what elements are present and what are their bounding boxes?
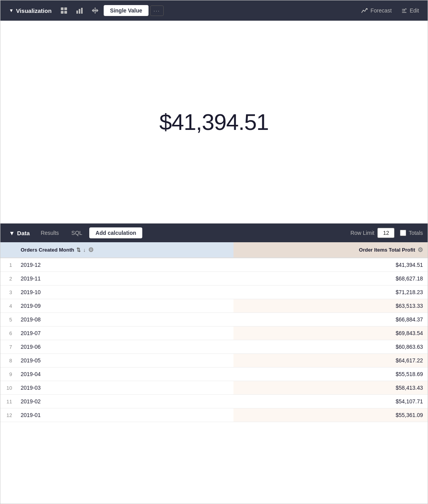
profit-col-gear-icon[interactable]: ⚙	[417, 246, 423, 254]
row-profit: $55,361.09	[233, 408, 428, 422]
row-date: 2019-01	[16, 408, 233, 422]
svg-rect-5	[79, 9, 80, 14]
chevron-down-icon: ▼	[9, 8, 14, 13]
svg-rect-6	[81, 8, 83, 14]
table-row: 1 2019-12 $41,394.51	[0, 258, 428, 272]
totals-label: Totals	[400, 230, 423, 236]
row-date: 2019-11	[16, 272, 233, 286]
table-row: 8 2019-05 $64,617.22	[0, 354, 428, 367]
row-num: 9	[0, 367, 16, 381]
row-profit: $55,518.69	[233, 367, 428, 381]
visualization-area: $41,394.51	[0, 21, 428, 224]
table-row: 5 2019-08 $66,884.37	[0, 313, 428, 327]
top-toolbar: ▼ Visualization Single	[0, 0, 428, 21]
row-profit: $41,394.51	[233, 258, 428, 272]
sql-tab[interactable]: SQL	[66, 227, 88, 238]
table-row: 2 2019-11 $68,627.18	[0, 272, 428, 286]
data-toggle[interactable]: ▼ Data	[5, 227, 34, 239]
row-num: 3	[0, 286, 16, 299]
row-profit: $64,617.22	[233, 354, 428, 367]
svg-rect-0	[61, 7, 64, 10]
row-date: 2019-02	[16, 395, 233, 408]
table-row: 11 2019-02 $54,107.71	[0, 395, 428, 408]
row-limit-input[interactable]	[377, 228, 394, 238]
row-date: 2019-12	[16, 258, 233, 272]
row-num: 10	[0, 381, 16, 395]
row-profit: $71,218.23	[233, 286, 428, 299]
totals-text: Totals	[409, 230, 423, 236]
data-table: Orders Created Month ⇅ ↓ ⚙ Order Items T…	[0, 242, 428, 422]
svg-rect-4	[76, 11, 78, 14]
table-icon-button[interactable]	[57, 4, 71, 17]
row-date: 2019-10	[16, 286, 233, 299]
date-col-gear-icon[interactable]: ⚙	[88, 246, 94, 254]
data-table-wrapper: Orders Created Month ⇅ ↓ ⚙ Order Items T…	[0, 242, 428, 504]
row-profit: $66,884.37	[233, 313, 428, 327]
svg-rect-1	[64, 7, 67, 10]
row-date: 2019-03	[16, 381, 233, 395]
table-row: 6 2019-07 $69,843.54	[0, 327, 428, 340]
sort-down-icon: ↓	[83, 247, 86, 253]
row-date: 2019-09	[16, 299, 233, 313]
more-options-button[interactable]: ···	[150, 5, 164, 16]
table-row: 3 2019-10 $71,218.23	[0, 286, 428, 299]
row-num: 11	[0, 395, 16, 408]
data-toolbar: ▼ Data Results SQL Add calculation Row L…	[0, 224, 428, 242]
svg-rect-3	[64, 11, 67, 14]
visualization-toggle[interactable]: ▼ Visualization	[5, 5, 55, 16]
bar-chart-icon-button[interactable]	[73, 4, 87, 17]
table-row: 7 2019-06 $60,863.63	[0, 340, 428, 354]
col-header-date[interactable]: Orders Created Month ⇅ ↓ ⚙	[16, 242, 233, 258]
table-row: 9 2019-04 $55,518.69	[0, 367, 428, 381]
row-num: 5	[0, 313, 16, 327]
col-header-profit[interactable]: Order Items Total Profit ⚙	[233, 242, 428, 258]
row-profit: $60,863.63	[233, 340, 428, 354]
row-profit: $54,107.71	[233, 395, 428, 408]
data-label: Data	[17, 230, 30, 236]
single-value-display: $41,394.51	[159, 109, 269, 135]
edit-button[interactable]: Edit	[397, 5, 423, 16]
row-num: 6	[0, 327, 16, 340]
row-date: 2019-06	[16, 340, 233, 354]
svg-line-10	[406, 9, 407, 9]
row-profit: $63,513.33	[233, 299, 428, 313]
col-header-row-num	[0, 242, 16, 258]
row-date: 2019-08	[16, 313, 233, 327]
row-limit-label: Row Limit	[350, 230, 374, 236]
row-profit: $58,413.43	[233, 381, 428, 395]
pivot-icon-button[interactable]	[88, 4, 102, 17]
table-row: 4 2019-09 $63,513.33	[0, 299, 428, 313]
single-value-tab[interactable]: Single Value	[104, 5, 148, 16]
forecast-button[interactable]: Forecast	[357, 5, 395, 16]
add-calculation-button[interactable]: Add calculation	[89, 227, 142, 238]
col-profit-label: Order Items Total Profit	[359, 247, 415, 253]
row-num: 4	[0, 299, 16, 313]
forecast-label: Forecast	[370, 7, 391, 14]
data-chevron-icon: ▼	[9, 230, 15, 236]
visualization-label: Visualization	[16, 7, 51, 14]
row-num: 1	[0, 258, 16, 272]
row-profit: $69,843.54	[233, 327, 428, 340]
edit-label: Edit	[410, 7, 419, 14]
table-row: 10 2019-03 $58,413.43	[0, 381, 428, 395]
row-num: 2	[0, 272, 16, 286]
row-date: 2019-04	[16, 367, 233, 381]
results-tab[interactable]: Results	[35, 227, 64, 238]
row-num: 7	[0, 340, 16, 354]
row-num: 12	[0, 408, 16, 422]
table-row: 12 2019-01 $55,361.09	[0, 408, 428, 422]
row-profit: $68,627.18	[233, 272, 428, 286]
row-num: 8	[0, 354, 16, 367]
row-date: 2019-05	[16, 354, 233, 367]
sort-icon[interactable]: ⇅	[76, 247, 81, 253]
col-date-label: Orders Created Month	[21, 247, 74, 253]
row-date: 2019-07	[16, 327, 233, 340]
svg-rect-2	[61, 11, 64, 14]
totals-checkbox[interactable]	[400, 230, 406, 236]
